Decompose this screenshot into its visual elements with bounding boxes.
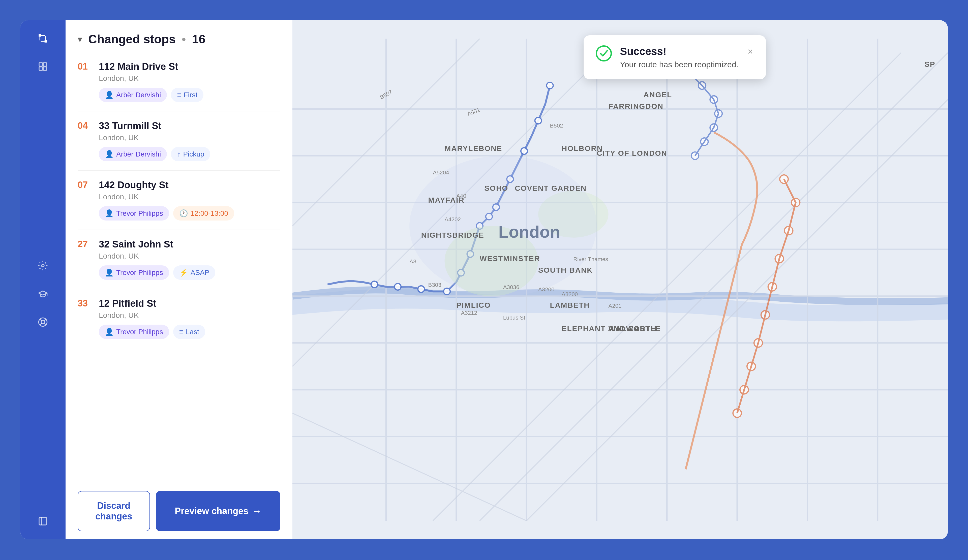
stop-item-04: 04 33 Turnmill St London, UK 👤 Arbër Der… xyxy=(78,111,280,171)
svg-text:NIGHTSBRIDGE: NIGHTSBRIDGE xyxy=(421,231,484,239)
svg-point-105 xyxy=(597,46,611,61)
svg-rect-15 xyxy=(292,39,948,521)
sidebar-icon-support[interactable] xyxy=(35,314,51,330)
person-icon-04: 👤 xyxy=(105,150,114,158)
stop-item-27: 27 32 Saint John St London, UK 👤 Trevor … xyxy=(78,230,280,289)
svg-point-8 xyxy=(41,320,45,324)
pickup-icon: ↑ xyxy=(177,150,181,158)
stop-number-07: 07 xyxy=(78,180,93,190)
person-icon-33: 👤 xyxy=(105,328,114,336)
person-icon-07: 👤 xyxy=(105,209,114,217)
svg-text:River Thames: River Thames xyxy=(573,256,608,262)
chevron-down-icon: ▾ xyxy=(78,34,82,45)
svg-line-10 xyxy=(44,323,46,325)
stop-tag-action-33: ≡ Last xyxy=(173,325,205,339)
sidebar-icon-routes[interactable] xyxy=(35,30,51,46)
sidebar xyxy=(20,20,66,539)
app-container: ▾ Changed stops • 16 01 112 Main Drive S… xyxy=(20,20,948,539)
svg-text:ANGEL: ANGEL xyxy=(643,91,672,99)
header-title: Changed stops xyxy=(88,32,176,46)
stop-number-33: 33 xyxy=(78,298,93,309)
sidebar-icon-dashboard[interactable] xyxy=(35,58,51,75)
stop-tag-person-04: 👤 Arbër Dervishi xyxy=(99,147,167,161)
map-svg: London MARYLEBONE MAYFAIR SOHO COVENT GA… xyxy=(292,20,948,539)
stop-name-07: 142 Doughty St xyxy=(99,180,280,191)
asap-icon: ⚡ xyxy=(179,268,188,277)
toast-close-button[interactable]: × xyxy=(747,45,754,58)
svg-point-49 xyxy=(444,288,450,295)
svg-text:A5204: A5204 xyxy=(433,169,449,176)
toast-message: Your route has been reoptimized. xyxy=(620,60,738,69)
stop-item-07: 07 142 Doughty St London, UK 👤 Trevor Ph… xyxy=(78,171,280,230)
svg-point-40 xyxy=(547,82,553,89)
stop-name-27: 32 Saint John St xyxy=(99,239,280,250)
stop-name-04: 33 Turnmill St xyxy=(99,121,280,131)
stop-name-33: 12 Pitfield St xyxy=(99,298,280,309)
toast-title: Success! xyxy=(620,45,738,58)
preview-changes-label: Preview changes xyxy=(175,506,248,516)
person-icon: 👤 xyxy=(105,91,114,99)
svg-point-0 xyxy=(40,35,40,36)
panel-header: ▾ Changed stops • 16 xyxy=(66,20,292,52)
stop-tag-time-07: 🕐 12:00-13:00 xyxy=(173,206,234,220)
stop-item-33: 33 12 Pitfield St London, UK 👤 Trevor Ph… xyxy=(78,289,280,348)
svg-text:Lupus St: Lupus St xyxy=(503,315,525,321)
svg-text:A40: A40 xyxy=(456,193,466,199)
svg-text:A3036: A3036 xyxy=(503,284,519,290)
stop-address-07: London, UK xyxy=(99,192,280,201)
svg-rect-2 xyxy=(39,63,42,66)
svg-text:A3212: A3212 xyxy=(461,310,477,316)
svg-text:SOHO: SOHO xyxy=(484,184,508,192)
bottom-bar: Discard changes Preview changes → xyxy=(66,483,292,539)
svg-point-6 xyxy=(41,264,44,267)
stop-list: 01 112 Main Drive St London, UK 👤 Arbër … xyxy=(66,52,292,483)
svg-text:WESTMINSTER: WESTMINSTER xyxy=(480,254,540,263)
svg-text:B502: B502 xyxy=(550,123,563,129)
svg-point-51 xyxy=(394,283,401,290)
svg-text:CITY OF LONDON: CITY OF LONDON xyxy=(597,149,667,157)
main-panel: ▾ Changed stops • 16 01 112 Main Drive S… xyxy=(66,20,292,539)
svg-text:FARRINGDON: FARRINGDON xyxy=(608,102,663,110)
stop-item-01: 01 112 Main Drive St London, UK 👤 Arbër … xyxy=(78,52,280,111)
svg-rect-13 xyxy=(39,517,46,525)
svg-text:LAMBETH: LAMBETH xyxy=(550,301,590,309)
svg-rect-5 xyxy=(43,67,46,70)
stop-tag-action-01: ≡ First xyxy=(171,88,204,102)
stop-number-04: 04 xyxy=(78,121,93,131)
stop-tag-person-07: 👤 Trevor Philipps xyxy=(99,206,169,220)
toast-content: Success! Your route has been reoptimized… xyxy=(620,45,738,69)
stop-address-01: London, UK xyxy=(99,74,280,83)
discard-changes-button[interactable]: Discard changes xyxy=(78,491,150,531)
stop-tag-person-01: 👤 Arbër Dervishi xyxy=(99,88,167,102)
stop-address-04: London, UK xyxy=(99,133,280,142)
svg-text:A3200: A3200 xyxy=(562,291,578,297)
svg-point-42 xyxy=(521,148,527,154)
svg-text:ELEPHANT AND CASTLE: ELEPHANT AND CASTLE xyxy=(562,324,661,333)
sidebar-icon-settings[interactable] xyxy=(35,258,51,274)
arrow-right-icon: → xyxy=(252,506,262,516)
svg-text:SOUTH BANK: SOUTH BANK xyxy=(538,266,593,274)
preview-changes-button[interactable]: Preview changes → xyxy=(156,491,280,531)
svg-line-11 xyxy=(44,319,46,321)
svg-text:London: London xyxy=(498,222,560,241)
first-icon: ≡ xyxy=(177,91,181,99)
svg-rect-4 xyxy=(39,67,42,70)
stop-address-33: London, UK xyxy=(99,311,280,320)
svg-point-52 xyxy=(371,281,378,288)
stop-tag-action-27: ⚡ ASAP xyxy=(173,265,215,280)
svg-point-41 xyxy=(535,118,542,124)
sidebar-icon-learning[interactable] xyxy=(35,286,51,302)
header-count: 16 xyxy=(192,32,206,46)
svg-point-1 xyxy=(45,41,46,41)
svg-text:COVENT GARDEN: COVENT GARDEN xyxy=(515,184,587,192)
header-separator: • xyxy=(182,32,186,46)
svg-text:PIMLICO: PIMLICO xyxy=(456,301,491,309)
sidebar-icon-collapse[interactable] xyxy=(35,513,51,529)
person-icon-27: 👤 xyxy=(105,268,114,277)
stop-address-27: London, UK xyxy=(99,252,280,260)
stop-tag-person-27: 👤 Trevor Philipps xyxy=(99,265,169,280)
svg-text:MARYLEBONE: MARYLEBONE xyxy=(445,144,502,152)
svg-point-94 xyxy=(691,152,699,159)
svg-text:A201: A201 xyxy=(608,303,622,309)
success-icon xyxy=(596,45,612,61)
